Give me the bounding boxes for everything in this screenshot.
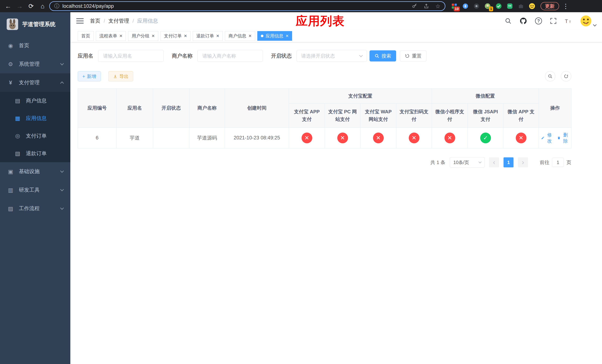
tab-close-icon[interactable]: × [119,33,122,39]
extension-blue-icon[interactable] [461,2,469,10]
tab-close-icon[interactable]: × [286,33,289,39]
page-content: 应用名 商户名称 开启状态 请选择开启状态 搜索 [70,42,602,364]
browser-menu-icon[interactable] [561,1,570,11]
sidebar-item-pay-orders[interactable]: 支付订单 [0,127,70,145]
col-wechat-app: 微信 APP 支付 [503,104,539,128]
extension-badge: 10 [454,7,460,11]
search-icon[interactable] [505,17,512,24]
next-page-button[interactable] [518,157,528,167]
bookmark-star-icon[interactable] [435,3,441,10]
sidebar-collapse-icon[interactable] [76,18,84,23]
sidebar-item-refund-orders[interactable]: 退款订单 [0,145,70,162]
user-menu[interactable] [580,15,596,27]
refresh-table-button[interactable] [561,71,571,81]
delete-link[interactable]: 删除 [557,132,569,144]
sidebar-item-merchant-info[interactable]: 商户信息 [0,92,70,109]
tab-process-form[interactable]: 流程表单 × [96,31,126,41]
tab-app-info[interactable]: 应用信息 × [257,31,292,41]
grid-icon [14,115,21,121]
app-title: 芋道管理系统 [22,21,55,28]
col-alipay-app: 支付宝 APP 支付 [289,104,325,128]
order-icon [14,133,21,139]
search-button-label: 搜索 [382,53,391,59]
browser-back-icon[interactable] [3,1,13,11]
merchant-name-input[interactable] [197,50,263,62]
goto-page-input[interactable] [552,158,564,167]
refresh-icon [405,54,410,58]
browser-forward-icon[interactable] [15,1,24,11]
password-key-icon[interactable] [412,3,417,9]
pagination: 共 1 条 10条/页 1 前往 页 [78,157,571,168]
export-button[interactable]: 导出 [108,71,133,81]
reset-button[interactable]: 重置 [400,50,427,62]
app-name-input[interactable] [98,50,164,62]
col-merchant: 商户名称 [189,89,225,128]
sidebar-item-system[interactable]: 系统管理 [0,55,70,73]
extension-avatar-icon[interactable]: 1 [484,2,492,10]
breadcrumb-item[interactable]: 支付管理 [108,17,129,24]
sidebar-item-infrastructure[interactable]: 基础设施 [0,162,70,181]
breadcrumb-item: 应用信息 [137,17,158,24]
tab-close-icon[interactable]: × [248,33,251,39]
extension-green-circle-icon[interactable] [495,2,503,10]
cell-created: 2021-10-23 08:49:25 [225,128,289,148]
tab-close-icon[interactable]: × [184,33,187,39]
sidebar-item-workflow[interactable]: 工作流程 [0,199,70,218]
status-select[interactable]: 请选择开启状态 [297,50,367,62]
col-alipay-wap: 支付宝 WAP 网站支付 [360,104,396,128]
fullscreen-icon[interactable] [550,17,557,24]
address-bar[interactable]: localhost:1024/pay/app [49,1,445,11]
tab-refund-orders[interactable]: 退款订单 × [193,31,223,41]
group-alipay-config: 支付宝配置 [289,89,432,104]
tab-close-icon[interactable]: × [152,33,155,39]
dashboard-icon [7,43,14,49]
download-icon [113,74,118,79]
prev-page-button[interactable] [489,157,499,167]
app-table: 应用编号 应用名 开启状态 商户名称 创建时间 支付宝配置 微信配置 操作 支付… [78,88,571,148]
browser-update-button[interactable]: 更新 [540,2,559,10]
tags-view: 首页 流程表单 × 用户分组 × 支付订单 × 退款订单 × 商户信息 × [70,30,602,42]
share-icon[interactable] [424,3,429,9]
chevron-down-icon [359,54,363,57]
col-app-id: 应用编号 [78,89,117,128]
github-icon[interactable] [519,17,527,25]
url-text[interactable]: localhost:1024/pay/app [62,3,114,9]
status-alipay-qr-icon: ✕ [409,133,419,143]
help-icon[interactable]: ? [535,17,542,24]
col-alipay-pc: 支付宝 PC 网站支付 [325,104,360,128]
tab-close-icon[interactable]: × [216,33,219,39]
page-size-select[interactable]: 10条/页 [450,157,485,168]
refresh-icon [564,74,569,79]
breadcrumb-item[interactable]: 首页 [90,17,100,24]
sidebar-item-devtools[interactable]: 研发工具 [0,181,70,199]
refund-icon [14,150,21,157]
search-button[interactable]: 搜索 [369,50,396,62]
site-info-icon[interactable] [54,3,59,10]
col-status: 开启状态 [153,89,189,128]
tab-pay-orders[interactable]: 支付订单 × [161,31,191,41]
current-page-button[interactable]: 1 [504,157,514,167]
extension-puzzle-icon[interactable] [517,2,525,10]
tab-home[interactable]: 首页 [78,31,94,41]
sidebar-item-home[interactable]: 首页 [0,36,70,55]
sidebar-item-payment[interactable]: 支付管理 [0,73,70,92]
sidebar-item-app-info[interactable]: 应用信息 [0,109,70,127]
infrastructure-icon [7,168,14,175]
sidebar-logo: 芋道管理系统 [0,12,70,36]
font-size-icon[interactable]: TT [565,17,572,24]
extension-smiley-icon[interactable] [528,2,536,10]
chevron-down-icon [60,188,64,191]
extension-grid-icon[interactable]: 10 [450,2,458,10]
sidebar: 芋道管理系统 首页 系统管理 支付管理 商户信息 应用信息 [0,12,70,364]
tab-user-group[interactable]: 用户分组 × [128,31,158,41]
sidebar-item-label: 首页 [19,42,29,49]
browser-reload-icon[interactable] [26,1,36,11]
tab-merchant-info[interactable]: 商户信息 × [225,31,255,41]
browser-home-icon[interactable] [38,1,47,11]
extension-dark-icon[interactable] [473,2,481,10]
main-area: 首页 / 支付管理 / 应用信息 应用列表 ? TT [70,12,602,364]
add-button[interactable]: 新增 [78,71,101,81]
edit-link[interactable]: 修改 [541,132,553,144]
toggle-search-button[interactable] [545,71,555,81]
extension-green-square-icon[interactable] [506,2,514,10]
